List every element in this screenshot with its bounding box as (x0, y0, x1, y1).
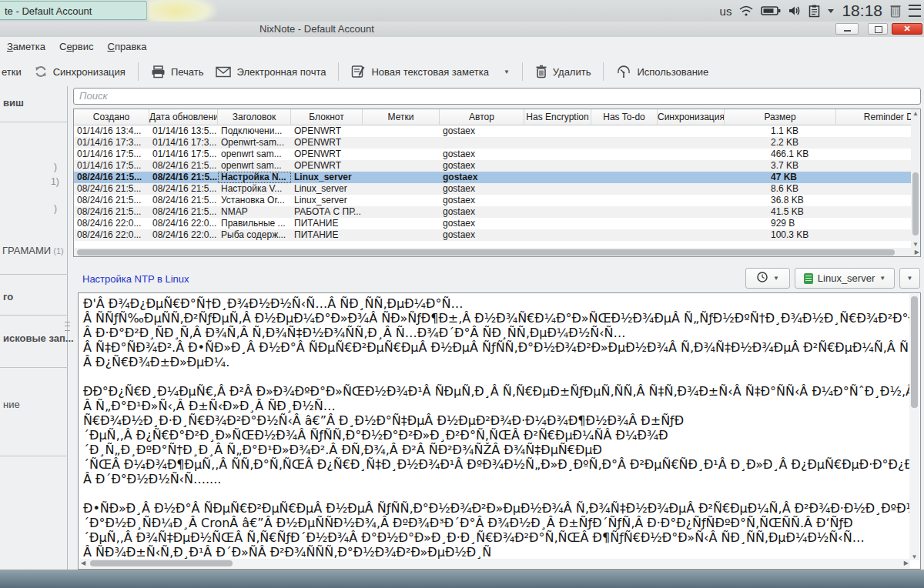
sidebar-item[interactable]: го (3, 291, 13, 302)
sidebar-item[interactable]: ) (54, 162, 57, 172)
table-cell: 47 KB (725, 172, 836, 183)
search-input[interactable]: Поиск (73, 88, 921, 105)
scrollbar-thumb[interactable] (90, 560, 233, 566)
sidebar-item[interactable]: 1) (51, 176, 59, 187)
note-editor[interactable]: Ð'Â Ð¾Ð¿ÐµÑ€Ð°Ñ†Ð¸Ð¾Ð½Ð½Ñ‹Ñ…Â ÑÐ¸ÑÑ‚ÐµÐ¼… (78, 292, 921, 570)
menu-item[interactable]: Сервис (52, 37, 101, 52)
sidebar[interactable]: виш)1))ГРАМАМИ (1)гоисковые зап...ние (0, 86, 68, 570)
scroll-down-arrow[interactable]: ▼ (911, 241, 920, 248)
note-body-line: ´ÑŒÂ Ð¼Ð¾Ð¶ÐµÑ‚,Â ÑÑ‚Ð°Ñ‚ÑŒÂ Ð¿Ñ€Ð¸Ñ‡Ð¸Ð… (83, 457, 909, 472)
sidebar-item[interactable]: ГРАМАМИ (1) (2, 245, 64, 256)
table-cell: OPENWRT (291, 137, 363, 149)
note-body-line: ´ÐµÑ‚,Â Ð¿Ñ€Ð°Ð²Ð¸Ð»ÑŒÐ½Ð¾Â ÑƒÑÑ‚Ð°Ð½Ð°Ð… (83, 428, 909, 443)
column-header[interactable]: Reminder Due (836, 109, 921, 125)
table-cell (836, 183, 921, 195)
keyboard-layout-indicator[interactable]: us (720, 5, 732, 18)
table-row[interactable]: 01/14/16 13:4...01/14/16 13:5...Подключе… (74, 125, 921, 137)
scroll-down-arrow[interactable]: ▼ (909, 553, 919, 560)
note-body-line: Â Ð¿Ñ€Ð¾Ð±Ð»ÐµÐ¼. (83, 355, 909, 369)
scroll-right-arrow[interactable]: ▶ (904, 560, 909, 566)
volume-icon[interactable] (788, 5, 802, 17)
maximize-button[interactable] (868, 23, 888, 35)
new-text-note-button[interactable]: Новая текстовая заметка ▼ (351, 65, 509, 79)
table-row[interactable]: 08/24/16 22:0...08/24/16 22:0...Правильн… (74, 218, 921, 229)
table-cell (591, 160, 658, 172)
menu-item[interactable]: Заметка (0, 37, 52, 52)
usage-button[interactable]: Использование (616, 65, 708, 79)
table-row[interactable]: 08/24/16 21:5...08/24/16 21:5...NMAPРАБО… (74, 206, 921, 218)
table-row[interactable]: 08/24/16 21:5...08/24/16 21:5...Установк… (74, 195, 921, 206)
column-header[interactable]: Автор (440, 109, 524, 125)
sidebar-item[interactable]: виш (3, 97, 24, 109)
editor-horizontal-scrollbar[interactable]: ◀ ▶ (79, 559, 910, 568)
sync-button[interactable]: Синхронизация (34, 65, 126, 79)
table-row[interactable]: 01/14/16 17:5...01/14/16 17:5...openwrt … (74, 149, 921, 160)
print-button[interactable]: Печать (151, 65, 204, 79)
panel-menu-icon[interactable] (909, 5, 921, 17)
wifi-icon[interactable] (738, 5, 754, 17)
table-row[interactable]: 08/24/16 22:0...08/24/16 22:0...Рыба сод… (74, 229, 921, 241)
note-body[interactable]: Ð'Â Ð¾Ð¿ÐµÑ€Ð°Ñ†Ð¸Ð¾Ð½Ð½Ñ‹Ñ…Â ÑÐ¸ÑÑ‚ÐµÐ¼… (83, 296, 909, 561)
table-cell (658, 218, 725, 229)
window-titlebar[interactable]: NixNote - Default Account ✕ (0, 22, 924, 38)
column-header[interactable]: Создано (74, 109, 149, 125)
close-button[interactable]: ✕ (892, 23, 922, 35)
column-header[interactable]: Блокнот (291, 109, 363, 125)
scrollbar-thumb[interactable] (77, 249, 895, 256)
menu-item[interactable]: Справка (101, 37, 154, 52)
search-placeholder: Поиск (74, 89, 920, 104)
column-header[interactable]: Синхронизация (658, 109, 725, 125)
note-body-line (83, 486, 909, 501)
reminder-button[interactable]: ▼ (745, 268, 790, 289)
column-header[interactable]: Has Encryption (524, 109, 591, 125)
clock-time[interactable]: 18:18 (842, 2, 882, 20)
tray-expander-icon[interactable] (827, 8, 835, 14)
note-body-line: Â Ñ‡Ð°ÑÐ¾Ð².Â Ð•ÑÐ»Ð¸Â Ð½Ð°Â ÑÐµÑ€Ð²ÐµÑ€… (83, 340, 909, 355)
scroll-right-arrow[interactable]: ▶ (915, 248, 919, 256)
column-header[interactable]: Метки (363, 109, 440, 125)
table-row[interactable]: 01/14/16 17:3...01/14/16 17:3...Openwrt-… (74, 137, 921, 149)
window-title: NixNote - Default Account (259, 23, 374, 35)
note-list-horizontal-scrollbar[interactable]: ▶ (74, 248, 920, 256)
note-body-line: Ð•ÑÐ»Ð¸Â Ð½Ð°Â ÑÐµÑ€Ð²ÐµÑ€ÐµÂ Ð½ÐµÂ ÑƒÑÑ… (83, 501, 909, 516)
column-header[interactable]: Заголовок (218, 109, 291, 125)
table-cell: 08/24/16 21:5... (74, 183, 149, 195)
table-cell: Linux_server (291, 195, 363, 206)
battery-icon[interactable] (761, 5, 781, 16)
note-list-vertical-scrollbar[interactable]: ▲ ▼ (911, 109, 920, 249)
clipboard-icon[interactable] (808, 5, 820, 18)
table-cell (591, 229, 658, 241)
column-header[interactable]: Дата обновления (149, 109, 218, 125)
all-notes-button-clipped[interactable]: етки (2, 66, 22, 78)
scroll-left-arrow[interactable]: ◀ (81, 560, 85, 566)
delete-button[interactable]: Удалить (535, 65, 591, 79)
email-button[interactable]: Электронная почта (216, 66, 326, 78)
table-row[interactable]: 08/24/16 21:5...08/24/16 21:5...Настройк… (74, 183, 921, 195)
sidebar-separator (0, 274, 68, 275)
taskbar-window-button[interactable]: te - Default Account (0, 1, 147, 20)
table-row[interactable]: 08/24/16 21:5...08/24/16 21:5...Настройк… (74, 172, 921, 183)
scrollbar-thumb[interactable] (912, 172, 919, 236)
table-cell: 01/14/16 17:3... (74, 137, 149, 149)
column-header[interactable]: Has To-do (591, 109, 658, 125)
note-body-line: Ñ€Ð¾Ð½Ð¸Ð·Ð¸Ñ€Ð¾Ð²Ð°Ð½Ñ‹Â â€”Â Ð¸Ð½Ð°Ñ‡Ð… (83, 413, 909, 428)
trash-icon (535, 65, 547, 79)
scroll-up-arrow[interactable]: ▲ (911, 110, 920, 117)
note-options-button[interactable]: ▼ (899, 268, 920, 289)
sidebar-item[interactable]: исковые зап... (3, 332, 74, 344)
splitter-grip[interactable] (65, 322, 70, 331)
table-row[interactable]: 01/14/16 17:5...08/24/16 21:5...openwrt … (74, 160, 921, 172)
table-cell: Рыба содерж... (218, 229, 291, 241)
note-body-line: Â Ð´Ð°Ð½Ð½Ñ‹Ñ….... (83, 472, 909, 486)
minimize-button[interactable] (835, 23, 859, 35)
new-note-dropdown-arrow[interactable]: ▼ (504, 68, 510, 75)
column-header[interactable]: Размер (725, 109, 836, 125)
note-title-link[interactable]: Настройка NTP в Linux (82, 273, 189, 285)
sidebar-item[interactable]: ) (54, 203, 57, 214)
trash-widget-icon[interactable] (889, 4, 902, 18)
notebook-selector-button[interactable]: Linux_server ▼ (795, 268, 895, 289)
sidebar-item[interactable]: ние (3, 399, 20, 410)
scrollbar-thumb[interactable] (911, 296, 918, 408)
editor-vertical-scrollbar[interactable]: ▼ (909, 294, 919, 560)
main-area: виш)1))ГРАМАМИ (1)гоисковые зап...ние По… (0, 86, 924, 571)
